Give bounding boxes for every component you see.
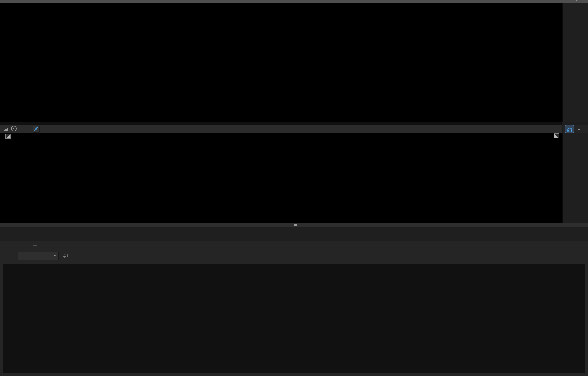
pin-playhead-button[interactable]: [33, 126, 40, 133]
spectrogram-waveform-divider: [0, 122, 562, 125]
divider: [31, 126, 31, 132]
scrollbar-grip[interactable]: [288, 0, 297, 2]
playhead-waveform[interactable]: [2, 133, 2, 223]
monitor-headphones-button[interactable]: [565, 125, 574, 133]
waveform-canvas[interactable]: [0, 133, 562, 223]
scale-dropdown[interactable]: [18, 252, 59, 260]
audio-editor-window: ▾: [0, 0, 588, 376]
timeline-ruler[interactable]: [0, 125, 562, 133]
collapse-arrow-icon[interactable]: ▾: [576, 0, 578, 2]
transport-bar: [0, 227, 588, 241]
chevron-down-icon: [53, 255, 56, 257]
panel-menu-icon[interactable]: [33, 244, 37, 248]
spectrogram-frequency-ruler: [562, 3, 588, 122]
level-meter-icon[interactable]: [4, 126, 10, 131]
spectrogram-canvas[interactable]: [0, 3, 562, 122]
waveform-db-ruler: [562, 133, 588, 223]
active-tab-underline: [2, 250, 36, 250]
playhead-spectrogram[interactable]: [2, 3, 2, 122]
frequency-chart-canvas[interactable]: [3, 264, 567, 364]
selection-handle-right[interactable]: [554, 133, 559, 138]
gain-knob-icon[interactable]: [11, 126, 17, 132]
monitor-controls: [563, 125, 588, 133]
scrollbar-grip[interactable]: [288, 224, 297, 226]
copy-graph-button[interactable]: [62, 252, 68, 259]
marker-pin-icon[interactable]: [576, 126, 581, 132]
spectrogram-scrollbar[interactable]: ▾: [0, 0, 588, 3]
selection-handle-left[interactable]: [5, 134, 11, 139]
